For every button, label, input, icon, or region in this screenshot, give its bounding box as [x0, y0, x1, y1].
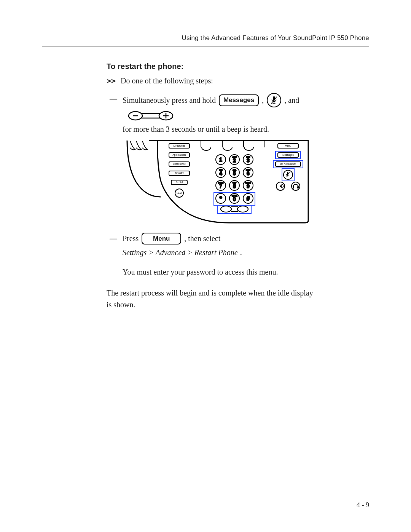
closing-paragraph: The restart process will begin and is co… [107, 287, 320, 311]
btn-messages: Messages [282, 153, 294, 157]
phone-diagram: Directories Applications Conference Tran… [126, 140, 313, 224]
btn-transfer: Transfer [175, 172, 184, 174]
btn-redial: Redial [176, 181, 183, 184]
btn-conference: Conference [173, 163, 186, 165]
svg-text:4: 4 [219, 170, 222, 176]
manual-page: Using the Advanced Features of Your Soun… [0, 0, 411, 532]
opt1-text-a: Simultaneously press and hold [123, 94, 216, 106]
menu-key-icon: Menu [142, 233, 181, 244]
svg-text:9: 9 [247, 183, 250, 189]
svg-point-65 [237, 206, 248, 212]
svg-rect-63 [297, 186, 299, 189]
opt2-note: You must enter your password to access t… [123, 266, 320, 278]
option-list: Simultaneously press and hold Messages ,… [123, 93, 320, 278]
btn-hold: Hold [177, 192, 182, 195]
messages-key-icon: Messages [219, 94, 259, 106]
opt1-and: , and [284, 94, 299, 106]
svg-text:2: 2 [233, 157, 236, 163]
page-content: To restart the phone: >> Do one of the f… [107, 62, 320, 311]
svg-text:3: 3 [247, 157, 250, 163]
lead-step: >> Do one of the following steps: [107, 76, 320, 85]
svg-text:#: # [247, 195, 250, 201]
svg-text:0: 0 [233, 196, 236, 202]
btn-dnd: Do Not Disturb [280, 163, 296, 165]
btn-directories: Directories [173, 144, 185, 147]
lead-text: Do one of the following steps: [121, 77, 213, 85]
volume-rocker-icon [124, 110, 177, 121]
opt2-period: . [240, 247, 242, 259]
opt2-then: , then select [184, 233, 220, 244]
header-rule [42, 46, 369, 47]
btn-applications: Applications [172, 153, 186, 157]
opt1-tail: for more than 3 seconds or until a beep … [123, 123, 269, 135]
svg-point-56 [284, 170, 293, 179]
running-head: Using the Advanced Features of Your Soun… [42, 34, 369, 46]
svg-text:*: * [220, 195, 222, 202]
option-2: Press Menu , then select Settings > Adva… [123, 233, 320, 278]
svg-text:7: 7 [219, 183, 222, 189]
svg-text:1: 1 [219, 157, 222, 163]
page-number: 4 - 9 [357, 501, 369, 509]
svg-text:8: 8 [233, 183, 236, 189]
microphone-mute-icon [267, 93, 281, 107]
opt2-path: Settings > Advanced > Restart Phone [123, 247, 238, 259]
svg-text:6: 6 [247, 170, 250, 176]
svg-point-64 [221, 206, 231, 212]
btn-menu: Menu [285, 144, 292, 147]
svg-rect-62 [293, 186, 294, 189]
svg-text:5: 5 [233, 170, 236, 176]
opt2-press: Press [123, 233, 139, 244]
option-1: Simultaneously press and hold Messages ,… [123, 93, 320, 224]
opt1-comma1: , [262, 94, 264, 106]
lead-chevrons: >> [107, 76, 116, 85]
section-heading: To restart the phone: [107, 62, 320, 71]
